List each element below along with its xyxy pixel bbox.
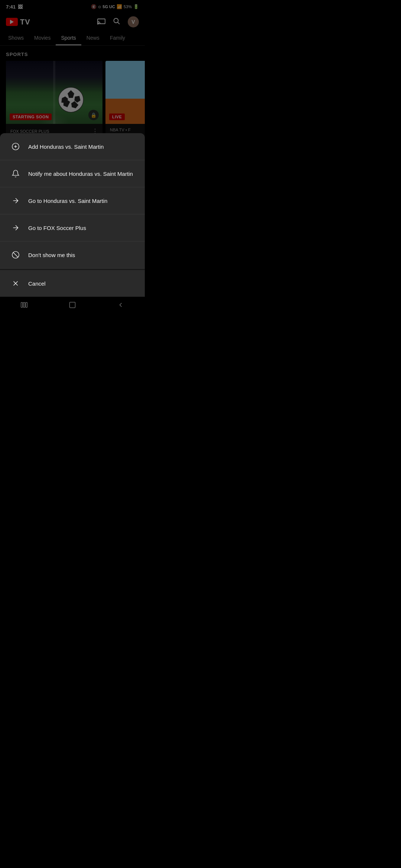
- goto-channel-arrow-icon: [9, 221, 22, 234]
- goto-event-label: Go to Honduras vs. Saint Martin: [28, 197, 107, 205]
- goto-event-arrow-icon: [9, 194, 22, 207]
- goto-event-button[interactable]: Go to Honduras vs. Saint Martin: [0, 187, 145, 214]
- dont-show-label: Don't show me this: [28, 251, 75, 259]
- notify-label: Notify me about Honduras vs. Saint Marti…: [28, 170, 133, 178]
- goto-channel-label: Go to FOX Soccer Plus: [28, 224, 86, 232]
- add-icon: [9, 140, 22, 153]
- svg-line-15: [13, 253, 18, 257]
- cancel-button[interactable]: Cancel: [0, 270, 145, 297]
- add-label: Add Honduras vs. Saint Martin: [28, 143, 104, 151]
- cancel-x-icon: [9, 277, 22, 290]
- notify-item-button[interactable]: Notify me about Honduras vs. Saint Marti…: [0, 160, 145, 187]
- block-icon: [9, 248, 22, 262]
- context-menu-sheet: Add Honduras vs. Saint Martin Notify me …: [0, 133, 145, 297]
- add-item-button[interactable]: Add Honduras vs. Saint Martin: [0, 133, 145, 160]
- goto-channel-button[interactable]: Go to FOX Soccer Plus: [0, 214, 145, 241]
- cancel-label: Cancel: [28, 280, 46, 287]
- bell-icon: [9, 167, 22, 180]
- dont-show-button[interactable]: Don't show me this: [0, 241, 145, 269]
- cancel-section: Cancel: [0, 269, 145, 297]
